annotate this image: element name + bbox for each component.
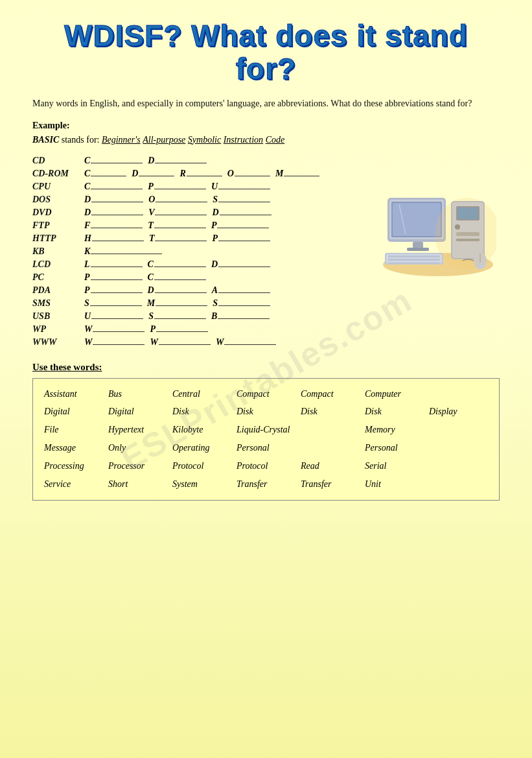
word-cell: Disk [235,403,297,421]
abbr-key: HTTP [32,233,84,244]
abbr-key: PDA [32,285,84,296]
page-title: WDISF? What does it stand for? [32,19,500,85]
abbr-row-www: WWW W W W [32,337,357,348]
abbr-row-lcd: LCD L C D [32,259,357,270]
abbr-section: CD C D CD-ROM C D R O M CPU [32,156,364,350]
page: WDISF? What does it stand for? Many word… [0,0,532,758]
word-cell: Unit [363,475,426,493]
word-cell: Read [299,457,362,475]
word-cell: Disk [363,403,426,421]
word-cell: Protocol [170,457,233,475]
abbr-key: CD [32,156,84,166]
word-cell: Transfer [299,475,362,493]
word-cell: Digital [42,403,105,421]
example-line: BASIC stands for: Beginner's All-purpose… [32,135,500,145]
example-label: Example: [32,121,500,131]
svg-rect-18 [388,259,440,261]
abbr-row-pc: PC P C [32,272,357,283]
word-cell: Disk [170,403,233,421]
word-cell: Bus [106,385,169,403]
words-box: Assistant Bus Central Compact Compact Co… [32,378,500,501]
abbr-key: USB [32,311,84,322]
abbr-blanks: U S B [84,311,357,322]
word-cell [427,421,490,439]
word-cell [427,385,490,403]
abbr-row-cd-rom: CD-ROM C D R O M [32,169,357,179]
abbr-row-wp: WP W P [32,324,357,335]
abbr-blanks: C D R O M [84,169,357,179]
example-expanded-2: All-purpose [143,135,185,145]
word-cell: Digital [106,403,169,421]
svg-rect-13 [413,242,423,248]
abbr-row-sms: SMS S M S [32,298,357,309]
word-cell [427,439,490,457]
word-cell [299,439,362,457]
computer-illustration [364,162,500,350]
abbr-blanks: C D [84,156,357,166]
abbr-row-kb: KB K [32,246,357,257]
word-cell: Message [42,439,105,457]
example-expanded-1: Beginner's [102,135,141,145]
abbr-key: PC [32,272,84,283]
word-cell: Transfer [235,475,297,493]
abbr-row-cd: CD C D [32,156,357,166]
word-cell: Hypertext [106,421,169,439]
abbr-row-dvd: DVD D V D [32,207,357,218]
word-cell: Disk [299,403,362,421]
word-cell: Compact [299,385,362,403]
abbr-blanks: D V D [84,207,357,218]
abbr-blanks: C P U [84,182,357,192]
computer-svg [367,162,496,279]
abbr-blanks: K [84,246,357,257]
word-cell: Operating [170,439,233,457]
abbr-blanks: P D A [84,285,357,296]
abbr-row-cpu: CPU C P U [32,182,357,192]
abbr-key: WWW [32,337,84,348]
abbr-key: SMS [32,298,84,309]
abbr-blanks: D O S [84,195,357,205]
abbr-key: CPU [32,182,84,192]
abbr-blanks: S M S [84,298,357,309]
abbr-blanks: P C [84,272,357,283]
abbr-blanks: L C D [84,259,357,270]
abbr-key: DVD [32,207,84,218]
word-cell: Liquid-Crystal [235,421,297,439]
svg-rect-19 [388,262,440,264]
word-cell: Personal [363,439,426,457]
word-cell: Processing [42,457,105,475]
word-cell: System [170,475,233,493]
word-cell: File [42,421,105,439]
word-cell: Only [106,439,169,457]
abbr-key: FTP [32,220,84,231]
word-cell [299,421,362,439]
word-cell: Computer [363,385,426,403]
use-words-title: Use these words: [32,362,500,373]
abbr-row-http: HTTP H T P [32,233,357,244]
example-expanded-3: Symbolic [188,135,221,145]
word-cell: Display [427,403,490,421]
content-area: CD C D CD-ROM C D R O M CPU [32,156,500,350]
intro-text: Many words in English, and especially in… [32,97,500,111]
abbr-key: KB [32,246,84,257]
example-expanded-5: Code [266,135,285,145]
word-cell: Kilobyte [170,421,233,439]
word-cell: Serial [363,457,426,475]
abbr-blanks: H T P [84,233,357,244]
word-cell: Central [170,385,233,403]
word-cell: Assistant [42,385,105,403]
word-cell: Protocol [235,457,297,475]
abbr-key: CD-ROM [32,169,84,179]
word-cell [427,475,490,493]
abbr-blanks: W P [84,324,357,335]
abbr-blanks: W W W [84,337,357,348]
abbr-row-ftp: FTP F T P [32,220,357,231]
abbr-row-usb: USB U S B [32,311,357,322]
abbr-key: WP [32,324,84,335]
word-cell: Personal [235,439,297,457]
abbr-key: DOS [32,195,84,205]
example-prefix: stands for: [62,135,102,145]
example-expanded-4: Instruction [224,135,263,145]
svg-rect-17 [388,255,440,257]
abbr-blanks: F T P [84,220,357,231]
word-cell: Service [42,475,105,493]
